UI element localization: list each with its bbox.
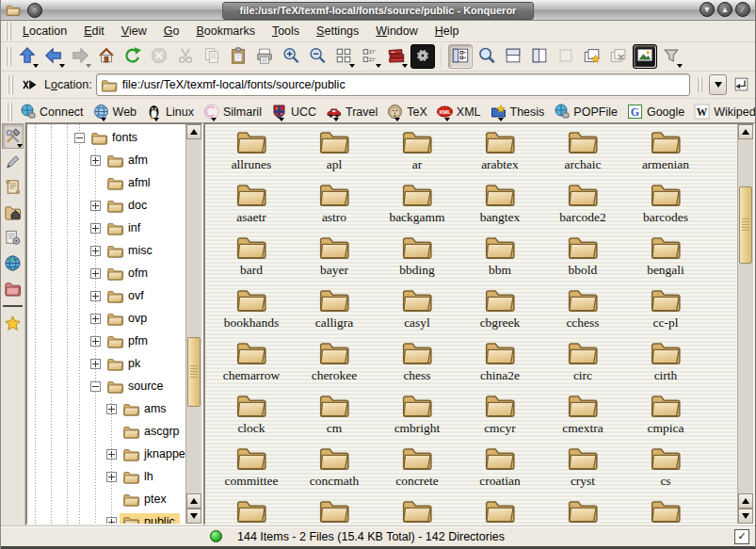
folder-item-concrete[interactable]: concrete bbox=[376, 444, 458, 497]
bookmark-tex[interactable]: TeX bbox=[382, 102, 432, 121]
menu-tools[interactable]: Tools bbox=[264, 23, 308, 40]
folder-item-bookhands[interactable]: bookhands bbox=[210, 286, 293, 339]
go-button[interactable] bbox=[731, 74, 751, 95]
folder-item-clipped[interactable] bbox=[376, 497, 458, 525]
folder-item-bangtex[interactable]: bangtex bbox=[458, 181, 541, 234]
split-h-button[interactable] bbox=[501, 44, 525, 69]
tree-scroll-up-button[interactable] bbox=[186, 124, 201, 139]
folder-item-china2e[interactable]: china2e bbox=[458, 339, 541, 392]
location-dropdown-button[interactable] bbox=[709, 74, 727, 95]
main-scroll-thumb[interactable] bbox=[739, 186, 752, 264]
tree-item-source[interactable]: source bbox=[27, 375, 185, 397]
bookmark-google[interactable]: GGoogle bbox=[622, 102, 689, 121]
tree-item-ams[interactable]: ams bbox=[27, 397, 185, 420]
tree-plus-expander-icon[interactable] bbox=[90, 336, 101, 347]
tree-scroll-thumb[interactable] bbox=[187, 337, 201, 407]
folder-item-astro[interactable]: astro bbox=[293, 181, 376, 234]
tree-item-doc[interactable]: doc bbox=[27, 194, 185, 217]
bookmark-wikipedia[interactable]: WWikipedia bbox=[689, 102, 756, 121]
tree-plus-expander-icon[interactable] bbox=[90, 201, 101, 211]
tree-scroll-down-button[interactable] bbox=[186, 509, 201, 524]
folder-item-clock[interactable]: clock bbox=[210, 392, 293, 444]
bookmarkbar-grip[interactable] bbox=[7, 103, 12, 121]
menubar-grip[interactable] bbox=[6, 22, 11, 40]
sidebar-tab-network-globe[interactable] bbox=[2, 250, 24, 276]
tree-item-ofm[interactable]: ofm bbox=[27, 262, 185, 284]
folder-item-bbm[interactable]: bbm bbox=[458, 234, 541, 286]
main-scrollbar[interactable] bbox=[737, 124, 753, 524]
bookmark-thesis[interactable]: Thesis bbox=[486, 102, 550, 121]
tree-item-ovp[interactable]: ovp bbox=[27, 307, 185, 330]
folder-item-casyl[interactable]: casyl bbox=[376, 286, 458, 339]
gear-button[interactable] bbox=[410, 44, 435, 69]
menu-view[interactable]: View bbox=[113, 23, 155, 40]
folder-item-chess[interactable]: chess bbox=[376, 339, 458, 392]
tree-plus-expander-icon[interactable] bbox=[106, 404, 117, 414]
zoom-in-button[interactable] bbox=[279, 44, 303, 69]
bookmark-ucc[interactable]: UCC bbox=[266, 102, 321, 121]
minimize-button[interactable]: ▼ bbox=[700, 2, 715, 17]
tree-plus-expander-icon[interactable] bbox=[106, 449, 117, 460]
sidebar-tab-toolbox[interactable] bbox=[2, 123, 24, 149]
bookmark-web[interactable]: Web bbox=[88, 102, 141, 121]
tree-plus-expander-icon[interactable] bbox=[90, 223, 101, 234]
tree-item-public[interactable]: public bbox=[27, 510, 185, 525]
bookmark-silmaril[interactable]: Silmaril bbox=[199, 102, 266, 121]
folder-item-chemarrow[interactable]: chemarrow bbox=[210, 339, 293, 392]
tree-plus-expander-icon[interactable] bbox=[90, 314, 101, 324]
tree-item-lh[interactable]: lh bbox=[27, 465, 185, 488]
folder-item-cherokee[interactable]: cherokee bbox=[293, 339, 376, 392]
folder-item-cryst[interactable]: cryst bbox=[541, 444, 624, 497]
tree-scrollbar[interactable] bbox=[185, 124, 201, 524]
menu-window[interactable]: Window bbox=[367, 23, 426, 40]
folder-item-clipped[interactable] bbox=[541, 497, 624, 525]
tree-minus-expander-icon[interactable] bbox=[74, 133, 85, 143]
folder-item-concmath[interactable]: concmath bbox=[293, 444, 376, 497]
back-button[interactable] bbox=[41, 44, 66, 69]
folder-item-bayer[interactable]: bayer bbox=[293, 234, 376, 286]
find-button[interactable] bbox=[475, 44, 499, 69]
tree-plus-expander-icon[interactable] bbox=[90, 359, 101, 369]
menu-help[interactable]: Help bbox=[426, 23, 468, 40]
close-button[interactable]: ∕ bbox=[735, 2, 750, 17]
home-button[interactable] bbox=[94, 44, 119, 69]
main-scroll-up-button[interactable] bbox=[738, 124, 753, 139]
tree-item-jknappen[interactable]: jknappen bbox=[27, 443, 185, 465]
bookmark-connect[interactable]: Connect bbox=[15, 102, 88, 121]
folder-item-backgamm[interactable]: backgamm bbox=[376, 181, 458, 234]
folder-item-bard[interactable]: bard bbox=[210, 234, 293, 286]
sidebar-tab-pen[interactable] bbox=[2, 149, 24, 174]
toolbar-grip[interactable] bbox=[6, 47, 11, 66]
folder-item-cbgreek[interactable]: cbgreek bbox=[458, 286, 541, 339]
tree-scroll-up2-button[interactable] bbox=[186, 493, 201, 509]
preview-button[interactable] bbox=[633, 44, 657, 69]
folder-item-cs[interactable]: cs bbox=[624, 444, 707, 497]
folder-item-archaic[interactable]: archaic bbox=[541, 128, 624, 181]
sidebar-panel-button[interactable] bbox=[448, 44, 473, 69]
tree-plus-expander-icon[interactable] bbox=[90, 246, 101, 256]
folder-item-committee[interactable]: committee bbox=[210, 444, 293, 497]
folder-item-clipped[interactable] bbox=[624, 497, 707, 525]
bookmark-popfile[interactable]: POPFile bbox=[549, 102, 622, 121]
folder-item-cmpica[interactable]: cmpica bbox=[624, 392, 707, 444]
sidebar-tab-red-folder[interactable] bbox=[2, 276, 24, 301]
filter-button[interactable] bbox=[659, 44, 684, 69]
locationbar-grip[interactable] bbox=[8, 75, 13, 94]
bookmark-xml[interactable]: XMLXML bbox=[432, 102, 486, 121]
sidebar-tab-services[interactable] bbox=[2, 225, 24, 250]
bookmark-travel[interactable]: Travel bbox=[321, 102, 382, 121]
tree-item-inf[interactable]: inf bbox=[27, 217, 185, 239]
tree-plus-expander-icon[interactable] bbox=[106, 472, 117, 482]
tree-item-ovf[interactable]: ovf bbox=[27, 284, 185, 307]
paste-button[interactable] bbox=[226, 44, 250, 69]
new-tab-button[interactable] bbox=[580, 44, 604, 69]
folder-item-clipped[interactable] bbox=[210, 497, 293, 525]
sticky-button[interactable]: ○ bbox=[27, 3, 42, 18]
folder-item-cc-pl[interactable]: cc-pl bbox=[624, 286, 707, 339]
folder-item-bbding[interactable]: bbding bbox=[376, 234, 458, 286]
folder-item-armenian[interactable]: armenian bbox=[624, 128, 707, 181]
zoom-out-button[interactable] bbox=[305, 44, 330, 69]
menu-settings[interactable]: Settings bbox=[308, 23, 367, 40]
tree-item-pk[interactable]: pk bbox=[27, 352, 185, 375]
icon-view-button[interactable] bbox=[331, 44, 356, 69]
